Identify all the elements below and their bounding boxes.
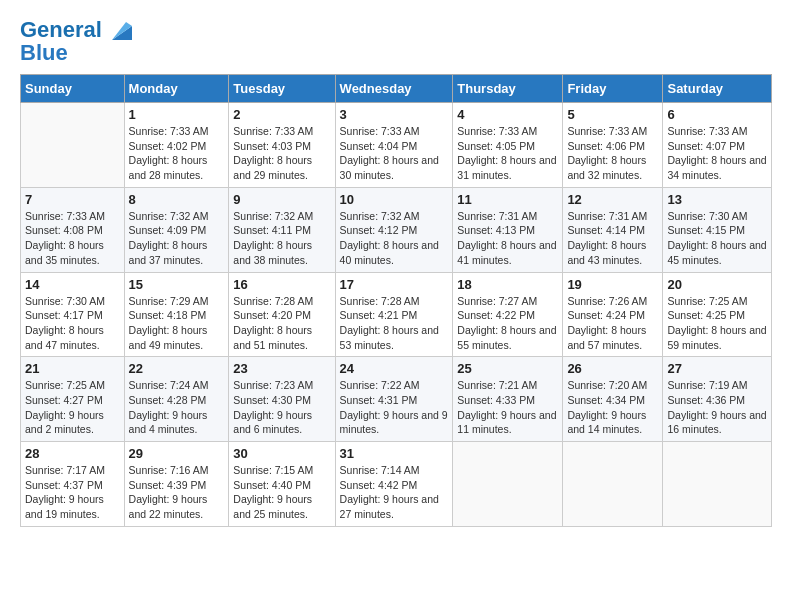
calendar-cell: 28Sunrise: 7:17 AMSunset: 4:37 PMDayligh… [21, 442, 125, 527]
calendar-cell: 19Sunrise: 7:26 AMSunset: 4:24 PMDayligh… [563, 272, 663, 357]
calendar-week-row: 28Sunrise: 7:17 AMSunset: 4:37 PMDayligh… [21, 442, 772, 527]
cell-info: Sunrise: 7:33 AMSunset: 4:02 PMDaylight:… [129, 124, 225, 183]
cell-info: Sunrise: 7:20 AMSunset: 4:34 PMDaylight:… [567, 378, 658, 437]
calendar-table: SundayMondayTuesdayWednesdayThursdayFrid… [20, 74, 772, 527]
calendar-cell [663, 442, 772, 527]
day-number: 21 [25, 361, 120, 376]
cell-info: Sunrise: 7:16 AMSunset: 4:39 PMDaylight:… [129, 463, 225, 522]
day-number: 28 [25, 446, 120, 461]
day-number: 18 [457, 277, 558, 292]
calendar-cell: 20Sunrise: 7:25 AMSunset: 4:25 PMDayligh… [663, 272, 772, 357]
cell-info: Sunrise: 7:21 AMSunset: 4:33 PMDaylight:… [457, 378, 558, 437]
cell-info: Sunrise: 7:27 AMSunset: 4:22 PMDaylight:… [457, 294, 558, 353]
weekday-header: Tuesday [229, 75, 335, 103]
cell-info: Sunrise: 7:31 AMSunset: 4:14 PMDaylight:… [567, 209, 658, 268]
day-number: 3 [340, 107, 449, 122]
calendar-cell: 5Sunrise: 7:33 AMSunset: 4:06 PMDaylight… [563, 103, 663, 188]
calendar-cell: 21Sunrise: 7:25 AMSunset: 4:27 PMDayligh… [21, 357, 125, 442]
calendar-cell: 10Sunrise: 7:32 AMSunset: 4:12 PMDayligh… [335, 187, 453, 272]
calendar-week-row: 21Sunrise: 7:25 AMSunset: 4:27 PMDayligh… [21, 357, 772, 442]
calendar-cell [453, 442, 563, 527]
day-number: 16 [233, 277, 330, 292]
day-number: 11 [457, 192, 558, 207]
cell-info: Sunrise: 7:28 AMSunset: 4:21 PMDaylight:… [340, 294, 449, 353]
cell-info: Sunrise: 7:30 AMSunset: 4:15 PMDaylight:… [667, 209, 767, 268]
calendar-cell: 7Sunrise: 7:33 AMSunset: 4:08 PMDaylight… [21, 187, 125, 272]
calendar-cell: 16Sunrise: 7:28 AMSunset: 4:20 PMDayligh… [229, 272, 335, 357]
day-number: 27 [667, 361, 767, 376]
day-number: 17 [340, 277, 449, 292]
calendar-cell: 2Sunrise: 7:33 AMSunset: 4:03 PMDaylight… [229, 103, 335, 188]
cell-info: Sunrise: 7:32 AMSunset: 4:12 PMDaylight:… [340, 209, 449, 268]
day-number: 23 [233, 361, 330, 376]
day-number: 31 [340, 446, 449, 461]
calendar-cell: 23Sunrise: 7:23 AMSunset: 4:30 PMDayligh… [229, 357, 335, 442]
cell-info: Sunrise: 7:24 AMSunset: 4:28 PMDaylight:… [129, 378, 225, 437]
cell-info: Sunrise: 7:33 AMSunset: 4:03 PMDaylight:… [233, 124, 330, 183]
cell-info: Sunrise: 7:19 AMSunset: 4:36 PMDaylight:… [667, 378, 767, 437]
day-number: 30 [233, 446, 330, 461]
calendar-cell: 26Sunrise: 7:20 AMSunset: 4:34 PMDayligh… [563, 357, 663, 442]
calendar-cell: 17Sunrise: 7:28 AMSunset: 4:21 PMDayligh… [335, 272, 453, 357]
cell-info: Sunrise: 7:26 AMSunset: 4:24 PMDaylight:… [567, 294, 658, 353]
calendar-cell: 9Sunrise: 7:32 AMSunset: 4:11 PMDaylight… [229, 187, 335, 272]
calendar-cell [21, 103, 125, 188]
cell-info: Sunrise: 7:33 AMSunset: 4:04 PMDaylight:… [340, 124, 449, 183]
calendar-cell: 3Sunrise: 7:33 AMSunset: 4:04 PMDaylight… [335, 103, 453, 188]
logo: General Blue [20, 16, 132, 66]
cell-info: Sunrise: 7:28 AMSunset: 4:20 PMDaylight:… [233, 294, 330, 353]
day-number: 26 [567, 361, 658, 376]
cell-info: Sunrise: 7:25 AMSunset: 4:27 PMDaylight:… [25, 378, 120, 437]
day-number: 20 [667, 277, 767, 292]
weekday-header: Monday [124, 75, 229, 103]
calendar-cell: 6Sunrise: 7:33 AMSunset: 4:07 PMDaylight… [663, 103, 772, 188]
weekday-header: Sunday [21, 75, 125, 103]
day-number: 13 [667, 192, 767, 207]
calendar-cell: 13Sunrise: 7:30 AMSunset: 4:15 PMDayligh… [663, 187, 772, 272]
logo-icon [104, 16, 132, 44]
calendar-cell: 11Sunrise: 7:31 AMSunset: 4:13 PMDayligh… [453, 187, 563, 272]
cell-info: Sunrise: 7:29 AMSunset: 4:18 PMDaylight:… [129, 294, 225, 353]
day-number: 4 [457, 107, 558, 122]
cell-info: Sunrise: 7:23 AMSunset: 4:30 PMDaylight:… [233, 378, 330, 437]
cell-info: Sunrise: 7:31 AMSunset: 4:13 PMDaylight:… [457, 209, 558, 268]
day-number: 15 [129, 277, 225, 292]
day-number: 6 [667, 107, 767, 122]
weekday-header: Friday [563, 75, 663, 103]
header-row: SundayMondayTuesdayWednesdayThursdayFrid… [21, 75, 772, 103]
cell-info: Sunrise: 7:22 AMSunset: 4:31 PMDaylight:… [340, 378, 449, 437]
calendar-cell: 30Sunrise: 7:15 AMSunset: 4:40 PMDayligh… [229, 442, 335, 527]
day-number: 8 [129, 192, 225, 207]
calendar-cell: 22Sunrise: 7:24 AMSunset: 4:28 PMDayligh… [124, 357, 229, 442]
day-number: 5 [567, 107, 658, 122]
calendar-cell: 29Sunrise: 7:16 AMSunset: 4:39 PMDayligh… [124, 442, 229, 527]
cell-info: Sunrise: 7:14 AMSunset: 4:42 PMDaylight:… [340, 463, 449, 522]
calendar-cell: 12Sunrise: 7:31 AMSunset: 4:14 PMDayligh… [563, 187, 663, 272]
day-number: 9 [233, 192, 330, 207]
cell-info: Sunrise: 7:17 AMSunset: 4:37 PMDaylight:… [25, 463, 120, 522]
weekday-header: Wednesday [335, 75, 453, 103]
calendar-cell: 24Sunrise: 7:22 AMSunset: 4:31 PMDayligh… [335, 357, 453, 442]
weekday-header: Saturday [663, 75, 772, 103]
cell-info: Sunrise: 7:33 AMSunset: 4:05 PMDaylight:… [457, 124, 558, 183]
day-number: 14 [25, 277, 120, 292]
calendar-cell: 18Sunrise: 7:27 AMSunset: 4:22 PMDayligh… [453, 272, 563, 357]
calendar-cell: 1Sunrise: 7:33 AMSunset: 4:02 PMDaylight… [124, 103, 229, 188]
cell-info: Sunrise: 7:25 AMSunset: 4:25 PMDaylight:… [667, 294, 767, 353]
day-number: 29 [129, 446, 225, 461]
calendar-cell: 25Sunrise: 7:21 AMSunset: 4:33 PMDayligh… [453, 357, 563, 442]
cell-info: Sunrise: 7:32 AMSunset: 4:11 PMDaylight:… [233, 209, 330, 268]
day-number: 25 [457, 361, 558, 376]
day-number: 1 [129, 107, 225, 122]
calendar-week-row: 1Sunrise: 7:33 AMSunset: 4:02 PMDaylight… [21, 103, 772, 188]
day-number: 10 [340, 192, 449, 207]
calendar-cell: 8Sunrise: 7:32 AMSunset: 4:09 PMDaylight… [124, 187, 229, 272]
cell-info: Sunrise: 7:33 AMSunset: 4:06 PMDaylight:… [567, 124, 658, 183]
day-number: 24 [340, 361, 449, 376]
calendar-cell [563, 442, 663, 527]
calendar-week-row: 14Sunrise: 7:30 AMSunset: 4:17 PMDayligh… [21, 272, 772, 357]
calendar-cell: 14Sunrise: 7:30 AMSunset: 4:17 PMDayligh… [21, 272, 125, 357]
calendar-cell: 31Sunrise: 7:14 AMSunset: 4:42 PMDayligh… [335, 442, 453, 527]
cell-info: Sunrise: 7:33 AMSunset: 4:07 PMDaylight:… [667, 124, 767, 183]
day-number: 7 [25, 192, 120, 207]
